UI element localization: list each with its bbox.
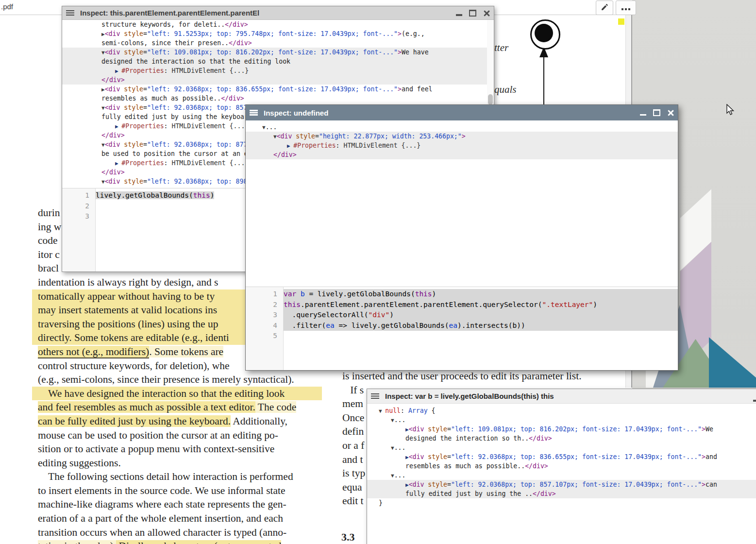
- pdf-text-line: transition occurs when an allowed charac…: [38, 526, 322, 540]
- tree-row[interactable]: ▶ #Properties: HTMLDivElement {...}: [246, 141, 678, 150]
- minimize-icon[interactable]: [640, 114, 646, 116]
- line-number: 2: [246, 300, 277, 310]
- tree-row[interactable]: semi-colons, since their presen..</div>: [62, 38, 494, 48]
- pdf-text-line: to insert elements in the source code. W…: [38, 484, 322, 498]
- tree-row[interactable]: </div>: [62, 75, 494, 85]
- pencil-icon: [601, 3, 609, 13]
- inspector-window-2[interactable]: Inspect: undefined ▼...▼<div style="heig…: [245, 104, 678, 371]
- tree-row[interactable]: fully edited just by using the ..</div>: [367, 489, 756, 498]
- line-number: 4: [246, 321, 277, 331]
- window2-title: Inspect: undefined: [264, 109, 328, 117]
- minimize-icon[interactable]: [456, 14, 462, 16]
- minimize-icon[interactable]: [753, 400, 756, 402]
- close-icon[interactable]: [483, 10, 490, 17]
- line-number: 5: [246, 331, 277, 341]
- tree-row[interactable]: ▶<div style="left: 91.5253px; top: 795.7…: [62, 29, 494, 38]
- window2-titlebar[interactable]: Inspect: undefined: [246, 105, 678, 120]
- pdf-text-line: tation in the edge). Disallowed characte…: [38, 539, 322, 544]
- pdf-text-line: machine-like diagrams where each state r…: [38, 497, 322, 511]
- yellow-annotation-square[interactable]: [618, 18, 624, 25]
- pdf-text-line: mouse can be used to position the cursor…: [38, 428, 322, 442]
- tree-row[interactable]: ▼...: [367, 443, 756, 452]
- screen: { "colors":{"focused_titlebar":"#718291"…: [0, 0, 756, 544]
- line-number-gutter: 12345: [246, 287, 284, 370]
- tree-row[interactable]: ▼...: [367, 415, 756, 425]
- tree-row[interactable]: designed the interaction so th..</div>: [367, 434, 756, 443]
- window2-dom-tree: ▼...▼<div style="height: 22.877px; width…: [246, 120, 678, 288]
- pdf-text-line: (e.g., semi-colons, since their presence…: [38, 373, 322, 387]
- more-options-button[interactable]: [616, 0, 636, 15]
- maximize-icon[interactable]: [469, 10, 476, 17]
- maximize-icon[interactable]: [653, 109, 660, 116]
- line-number: 3: [62, 211, 89, 222]
- window1-title: Inspect: this.parentElement.parentElemen…: [80, 9, 259, 17]
- window-menu-icon[interactable]: [66, 10, 74, 12]
- tree-row[interactable]: </div>: [246, 150, 678, 159]
- inspector-window-3[interactable]: Inspect: var b = lively.getGlobalBounds(…: [367, 389, 756, 544]
- figure-label-fragment-top: tter: [494, 42, 508, 54]
- line-number: 3: [246, 310, 277, 321]
- pdf-text-line: The following sections detail how intera…: [38, 470, 322, 484]
- tree-row[interactable]: }: [367, 498, 756, 508]
- figure-end-state-fill: [535, 24, 553, 42]
- line-number: 2: [62, 201, 89, 212]
- edit-button[interactable]: [596, 0, 613, 15]
- tree-row[interactable]: ▶<div style="left: 109.081px; top: 816.2…: [367, 425, 756, 434]
- window-menu-icon[interactable]: [371, 393, 379, 395]
- figure-label-fragment-bottom: quals: [494, 84, 517, 96]
- tree-row[interactable]: ▶<div style="left: 92.0368px; top: 836.6…: [367, 452, 756, 461]
- tree-row[interactable]: structure keywords, for deleti..</div>: [62, 20, 494, 29]
- pdf-tab-label[interactable]: .pdf: [1, 2, 13, 11]
- pdf-text-line: is inserted and the user proceeds to edi…: [342, 369, 632, 383]
- pdf-text-line: can be fully edited just by using the ke…: [38, 414, 322, 428]
- pdf-text-line: sition or to activate a popup menu with …: [38, 442, 322, 456]
- mouse-cursor: [726, 104, 735, 118]
- tree-row[interactable]: ▼ null: Array {: [367, 406, 756, 415]
- window2-code-editor[interactable]: 12345 var b = lively.getGlobalBounds(thi…: [246, 287, 678, 370]
- code-line[interactable]: [284, 331, 678, 341]
- tree-row[interactable]: designed the interaction so that the edi…: [62, 57, 494, 66]
- tree-row[interactable]: resembles as much as possible..</div>: [62, 94, 494, 103]
- line-number: 1: [62, 190, 89, 201]
- ellipsis-icon: [621, 3, 631, 12]
- tree-row[interactable]: resembles as much as possible..</div>: [367, 461, 756, 471]
- pdf-text-line: and feel resembles as much as possible a…: [38, 400, 322, 414]
- code-line[interactable]: this.parentElement.parentElement.parentE…: [284, 300, 678, 310]
- code-line[interactable]: var b = lively.getGlobalBounds(this): [284, 289, 678, 300]
- code-lines[interactable]: var b = lively.getGlobalBounds(this)this…: [284, 287, 678, 370]
- pdf-text-line: editing suggestions.: [38, 456, 322, 470]
- close-icon[interactable]: [667, 109, 674, 116]
- window1-scrollbar-thumb[interactable]: [488, 94, 493, 105]
- pdf-text-line: We have designed the interaction so that…: [32, 387, 322, 401]
- code-line[interactable]: .querySelectorAll("div"): [284, 310, 678, 321]
- tree-row[interactable]: ▶<div style="left: 92.0368px; top: 836.6…: [62, 85, 494, 94]
- tree-row[interactable]: ▼<div style="left: 109.081px; top: 816.2…: [62, 48, 494, 57]
- section-number: 3.3: [341, 531, 355, 544]
- window3-title: Inspect: var b = lively.getGlobalBounds(…: [385, 392, 554, 400]
- line-number-gutter: 123: [62, 188, 96, 272]
- tree-row[interactable]: ▶<div style="left: 92.0368px; top: 857.1…: [367, 480, 756, 489]
- window3-result-tree: ▼ null: Array {▼...▶<div style="left: 10…: [367, 404, 756, 544]
- tree-row[interactable]: ▼...: [246, 122, 678, 132]
- tree-row[interactable]: ▼<div style="height: 22.877px; width: 25…: [246, 132, 678, 141]
- code-line[interactable]: .filter(ea => lively.getGlobalBounds(ea)…: [284, 321, 678, 331]
- tree-row[interactable]: ▶ #Properties: HTMLDivElement {...}: [62, 66, 494, 75]
- window-menu-icon[interactable]: [250, 110, 258, 111]
- figure-arrow-line: [543, 55, 544, 104]
- line-number: 1: [246, 289, 277, 300]
- window3-titlebar[interactable]: Inspect: var b = lively.getGlobalBounds(…: [367, 389, 756, 404]
- pdf-text-line: eration of a a part of the whole element…: [38, 511, 322, 526]
- tree-row[interactable]: ▼...: [367, 471, 756, 480]
- window1-titlebar[interactable]: Inspect: this.parentElement.parentElemen…: [62, 6, 494, 20]
